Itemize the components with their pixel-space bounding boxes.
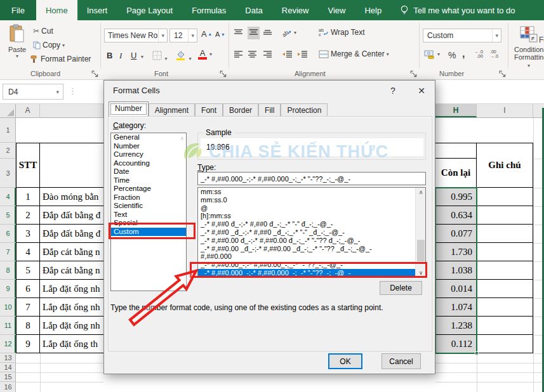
- align-middle-button[interactable]: [248, 27, 260, 39]
- font-size-combo[interactable]: 12 ▾: [169, 29, 197, 42]
- type-option[interactable]: _-* #,##0 _đ_-;-* #,##0 _đ_-;_-* "-" _đ_…: [198, 228, 416, 237]
- increase-indent-button[interactable]: [297, 49, 308, 61]
- wrap-text-button[interactable]: abc Wrap Text: [319, 28, 365, 37]
- formula-bar-grip-icon[interactable]: ⋮: [69, 86, 77, 96]
- type-option[interactable]: [h]:mm:ss: [198, 212, 416, 220]
- row-header-6[interactable]: 6: [0, 225, 16, 243]
- cell-i9[interactable]: [477, 280, 533, 298]
- decrease-decimal-button[interactable]: .00 →.0: [490, 49, 498, 58]
- cell-h9[interactable]: 0.014: [435, 280, 477, 298]
- category-item[interactable]: Accounting: [111, 159, 186, 168]
- tab-page-layout[interactable]: Page Layout: [117, 0, 182, 20]
- font-name-combo[interactable]: Times New Roma ▾: [104, 29, 168, 42]
- format-painter-button[interactable]: Format Painter: [30, 55, 91, 63]
- cell-h10[interactable]: 1.074: [435, 298, 477, 317]
- number-format-combo[interactable]: Custom ▾: [423, 29, 501, 42]
- category-item[interactable]: General: [111, 133, 186, 142]
- scroll-up-icon[interactable]: ∧: [416, 188, 426, 197]
- cell-i11[interactable]: [477, 317, 533, 335]
- cut-button[interactable]: ✂ Cut: [33, 27, 53, 36]
- conditional-formatting-button[interactable]: ≠ Conditional Formatting ▾: [514, 25, 543, 69]
- cell-h2[interactable]: [435, 143, 477, 159]
- align-center-button[interactable]: [248, 49, 257, 61]
- font-dialog-launcher-icon[interactable]: [220, 70, 227, 78]
- category-item[interactable]: Fraction: [111, 193, 186, 202]
- category-item[interactable]: Text: [111, 211, 186, 219]
- accounting-format-button[interactable]: ▾: [424, 49, 440, 59]
- cell-i10[interactable]: [477, 298, 533, 317]
- bold-button[interactable]: B: [107, 51, 112, 60]
- font-color-button[interactable]: A ▾: [198, 49, 207, 60]
- row-header-14[interactable]: 14: [0, 363, 16, 372]
- italic-button[interactable]: I: [119, 51, 122, 61]
- cell-a7[interactable]: 4: [17, 243, 40, 261]
- comma-style-button[interactable]: ,: [462, 48, 465, 60]
- dialog-tab-alignment[interactable]: Alignment: [149, 103, 195, 117]
- category-item[interactable]: Currency: [111, 150, 186, 159]
- percent-style-button[interactable]: %: [448, 50, 456, 60]
- type-option[interactable]: _-* #,##0.00 _đ_-;-* #,##0.00 _đ_-;_-* "…: [198, 245, 416, 253]
- row-header-10[interactable]: 10: [0, 298, 16, 317]
- row-header-8[interactable]: 8: [0, 261, 16, 280]
- increase-decimal-button[interactable]: ←.0 .00: [475, 49, 483, 58]
- type-option[interactable]: mm:ss: [198, 188, 416, 196]
- decrease-indent-button[interactable]: [282, 49, 293, 61]
- tab-view[interactable]: View: [318, 0, 355, 20]
- category-item[interactable]: Date: [111, 167, 186, 176]
- cell-h8[interactable]: 1.038: [435, 261, 477, 280]
- type-option[interactable]: @: [198, 204, 416, 212]
- cell-a5[interactable]: 2: [17, 206, 40, 225]
- row-header-15[interactable]: 15: [0, 372, 16, 382]
- tell-me-box[interactable]: Tell me what you want to do: [391, 0, 515, 20]
- cell-a9[interactable]: 6: [17, 280, 40, 298]
- cell-a4[interactable]: 1: [17, 188, 40, 206]
- underline-button[interactable]: U: [131, 51, 136, 60]
- underline-dropdown-caret[interactable]: ▾: [141, 54, 143, 60]
- type-input[interactable]: [197, 172, 426, 185]
- dialog-tab-fill[interactable]: Fill: [258, 103, 281, 117]
- header-cell-b[interactable]: [40, 143, 103, 188]
- column-header-b-partial[interactable]: [40, 104, 103, 117]
- row-header-12[interactable]: 12: [0, 335, 16, 353]
- clipboard-dialog-launcher-icon[interactable]: [91, 70, 99, 78]
- cell-i5[interactable]: [477, 206, 533, 225]
- cell-b9[interactable]: Lắp đặt ống nh: [40, 280, 103, 298]
- category-item[interactable]: Scientific: [111, 202, 186, 211]
- tab-data[interactable]: Data: [236, 0, 272, 20]
- dialog-close-button[interactable]: ✕: [412, 83, 431, 98]
- row-header-7[interactable]: 7: [0, 243, 16, 261]
- shrink-font-button[interactable]: A▾: [215, 30, 224, 38]
- cell-i8[interactable]: [477, 261, 533, 280]
- type-option[interactable]: #,##0.000: [198, 252, 416, 261]
- align-left-button[interactable]: [234, 49, 243, 61]
- cell-b11[interactable]: Lắp đặt ống nh: [40, 317, 103, 335]
- cell-b10[interactable]: Lắp đặt ống nh: [40, 298, 103, 317]
- cell-a6[interactable]: 3: [17, 225, 40, 243]
- align-top-button[interactable]: [234, 28, 243, 39]
- cell-b12[interactable]: Lắp đặt ống th: [40, 335, 103, 353]
- cell-h6[interactable]: 0.077: [435, 225, 477, 243]
- tab-formulas[interactable]: Formulas: [182, 0, 236, 20]
- cell-h11[interactable]: 1.238: [435, 317, 477, 335]
- cell-i4[interactable]: [477, 188, 533, 206]
- align-bottom-button[interactable]: [263, 28, 272, 39]
- row-header-5[interactable]: 5: [0, 206, 16, 225]
- cell-a12[interactable]: 9: [17, 335, 40, 353]
- paste-button[interactable]: Paste ▾: [5, 24, 29, 66]
- cell-i12[interactable]: [477, 335, 533, 353]
- cell-i6[interactable]: [477, 225, 533, 243]
- row-header-3[interactable]: 3: [0, 159, 16, 188]
- cancel-button[interactable]: Cancel: [381, 353, 421, 369]
- borders-button[interactable]: ▾: [152, 51, 167, 63]
- align-right-button[interactable]: [263, 49, 272, 61]
- cell-a11[interactable]: 8: [17, 317, 40, 335]
- alignment-dialog-launcher-icon[interactable]: [410, 70, 418, 78]
- cell-b6[interactable]: Đắp đất bằng đ: [40, 225, 103, 243]
- dialog-tab-number[interactable]: Number: [109, 101, 149, 117]
- category-scroll-up-icon[interactable]: ∧: [180, 135, 184, 141]
- copy-button[interactable]: Copy ▾: [33, 41, 65, 49]
- cell-i7[interactable]: [477, 243, 533, 261]
- cell-b7[interactable]: Đắp cát bằng n: [40, 243, 103, 261]
- row-header-11[interactable]: 11: [0, 317, 16, 335]
- row-header-13[interactable]: 13: [0, 353, 16, 363]
